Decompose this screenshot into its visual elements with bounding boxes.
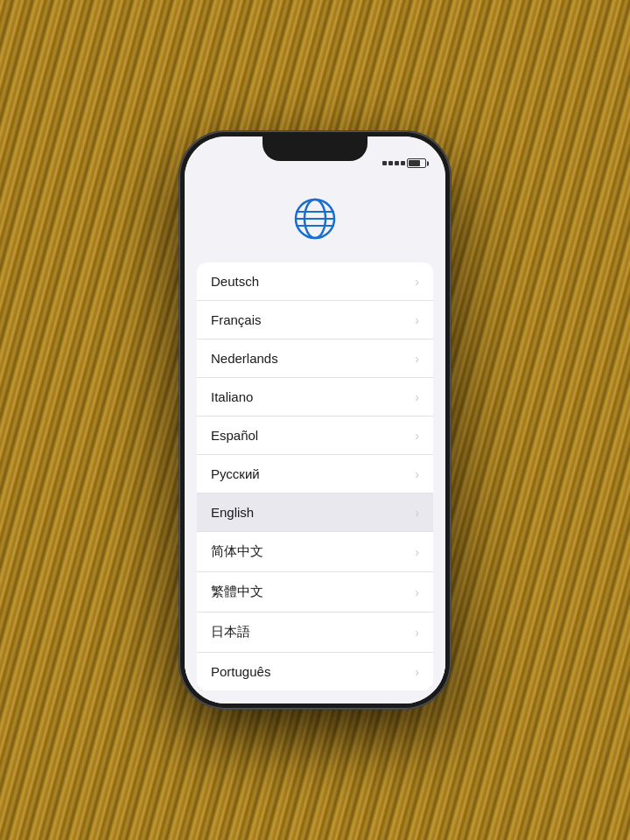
chevron-chinese-traditional: › (415, 585, 419, 599)
lang-name-italiano: Italiano (211, 389, 253, 404)
lang-name-deutsch: Deutsch (211, 274, 259, 289)
battery-body (407, 158, 426, 168)
lang-item-italiano[interactable]: Italiano › (197, 378, 433, 416)
lang-item-espanol[interactable]: Español › (197, 416, 433, 455)
language-list: Deutsch › Français › Nederlands › Italia… (185, 262, 445, 704)
notch (262, 136, 368, 161)
chevron-espanol: › (415, 429, 419, 443)
chevron-chinese-simplified: › (415, 545, 419, 559)
chevron-english: › (415, 506, 419, 520)
lang-name-francais: Français (211, 312, 262, 327)
phone-inner: Deutsch › Français › Nederlands › Italia… (185, 136, 445, 704)
screen-content: Deutsch › Français › Nederlands › Italia… (185, 172, 445, 704)
globe-icon (292, 196, 338, 242)
lang-item-english[interactable]: English › (197, 494, 433, 532)
lang-item-deutsch[interactable]: Deutsch › (197, 262, 433, 301)
signal-dot-2 (388, 161, 393, 165)
chevron-japanese: › (415, 626, 419, 640)
lang-name-russian: Русский (211, 466, 260, 481)
lang-item-japanese[interactable]: 日本語 › (197, 612, 433, 653)
battery-indicator (382, 158, 426, 168)
signal-dot-3 (395, 161, 399, 165)
lang-item-russian[interactable]: Русский › (197, 455, 433, 494)
lang-name-english: English (211, 505, 254, 520)
lang-item-portuguese[interactable]: Português › (197, 653, 433, 690)
lang-item-nederlands[interactable]: Nederlands › (197, 340, 433, 378)
lang-item-francais[interactable]: Français › (197, 301, 433, 340)
chevron-russian: › (415, 467, 419, 481)
lang-name-chinese-traditional: 繁體中文 (211, 584, 263, 600)
chevron-francais: › (415, 313, 419, 327)
chevron-nederlands: › (415, 352, 419, 366)
lang-group: Deutsch › Français › Nederlands › Italia… (197, 262, 433, 690)
lang-item-chinese-traditional[interactable]: 繁體中文 › (197, 572, 433, 612)
lang-name-japanese: 日本語 (211, 624, 250, 640)
lang-name-chinese-simplified: 简体中文 (211, 543, 263, 560)
chevron-italiano: › (415, 390, 419, 404)
battery-dots (382, 161, 405, 165)
globe-area (185, 172, 445, 262)
lang-name-nederlands: Nederlands (211, 351, 278, 366)
battery-fill (409, 160, 420, 166)
chevron-portuguese: › (415, 665, 419, 679)
lang-name-espanol: Español (211, 428, 258, 443)
chevron-deutsch: › (415, 275, 419, 289)
signal-dot-1 (382, 161, 387, 165)
lang-item-chinese-simplified[interactable]: 简体中文 › (197, 532, 433, 572)
signal-dot-4 (401, 161, 405, 165)
phone-outer: Deutsch › Français › Nederlands › Italia… (179, 131, 451, 709)
lang-name-portuguese: Português (211, 664, 270, 679)
